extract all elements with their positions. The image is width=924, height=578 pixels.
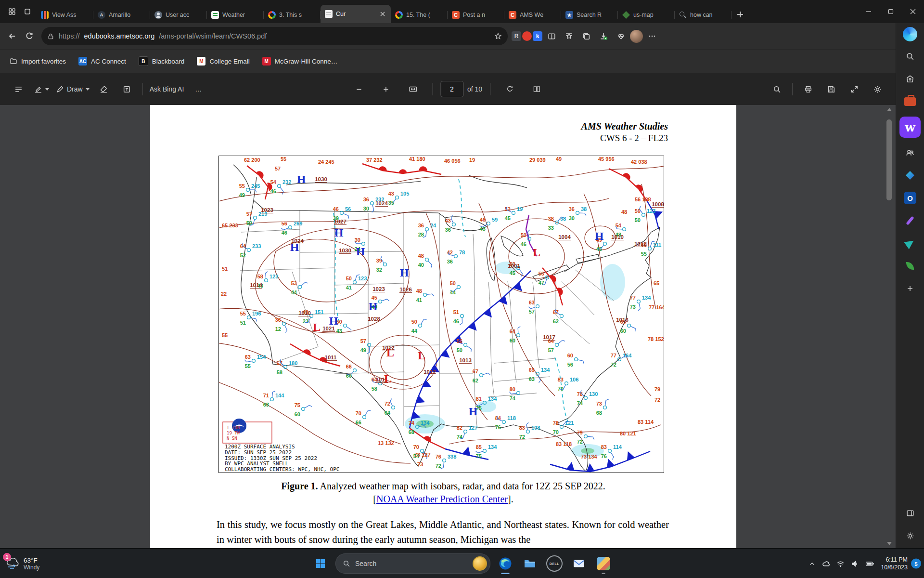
add-text-button[interactable] [116, 80, 139, 98]
maximize-button[interactable] [880, 0, 902, 23]
tab-user-account[interactable]: User acc [150, 7, 207, 23]
browser-essentials-icon[interactable] [613, 28, 629, 44]
sidebar-settings-icon[interactable] [902, 528, 918, 543]
notes-pen-icon[interactable] [902, 213, 918, 228]
tab-weather[interactable]: Weather [207, 7, 264, 23]
notification-count-badge[interactable]: 5 [911, 559, 921, 569]
tab-view-assignments[interactable]: View Ass [37, 7, 93, 23]
app-active-indicator [501, 573, 510, 574]
date-label: 10/6/2023 [881, 564, 908, 571]
shopping-icon[interactable] [902, 71, 918, 87]
collections-icon[interactable] [578, 28, 594, 44]
profile-avatar[interactable] [630, 30, 643, 43]
tab-search-15[interactable]: 15. The ( [391, 7, 448, 23]
taskbar-clock[interactable]: 6:11 PM 10/6/2023 [881, 556, 908, 572]
favorites-icon[interactable] [561, 28, 577, 44]
split-screen-icon[interactable] [543, 28, 560, 44]
plant-icon[interactable] [902, 258, 918, 274]
tab-search-results[interactable]: ★Search R [561, 7, 618, 23]
downloads-icon[interactable] [595, 28, 612, 44]
svg-text:66: 66 [346, 364, 352, 369]
sidebar-panel-icon[interactable] [902, 505, 918, 521]
svg-text:68: 68 [596, 410, 602, 416]
save-icon[interactable] [820, 80, 843, 98]
scroll-up-icon[interactable] [887, 108, 892, 111]
viewer-scrollbar[interactable] [886, 107, 893, 546]
extension-k-icon[interactable]: k [533, 31, 542, 41]
photos-app-icon[interactable] [594, 554, 613, 573]
minimize-button[interactable] [858, 0, 880, 23]
more-menu-icon[interactable] [644, 28, 660, 44]
tab-close-icon[interactable] [379, 10, 386, 18]
scrollbar-thumb[interactable] [886, 119, 892, 200]
wordtune-icon[interactable]: w [899, 117, 921, 138]
outlook-icon[interactable]: O [902, 190, 918, 206]
pdf-settings-icon[interactable] [866, 80, 889, 98]
favorite-mcgraw-hill[interactable]: M McGraw-Hill Conne… [262, 57, 338, 66]
close-button[interactable] [902, 0, 924, 23]
tab-canvas-post[interactable]: CPost a n [448, 7, 504, 23]
tab-actions-icon[interactable] [20, 4, 35, 19]
search-document-icon[interactable] [765, 80, 788, 98]
page-view-icon[interactable] [525, 80, 548, 98]
people-icon[interactable] [902, 145, 918, 160]
favorite-college-email[interactable]: M College Email [197, 57, 249, 66]
zoom-out-icon[interactable] [347, 80, 371, 98]
toolbox-icon[interactable] [902, 94, 918, 109]
draw-tool-button[interactable]: Draw [53, 80, 92, 98]
svg-text:62: 62 [553, 318, 559, 324]
favorite-blackboard[interactable]: B Blackboard [139, 56, 185, 66]
import-favorites-button[interactable]: Import favorites [10, 57, 66, 65]
dell-app-icon[interactable]: DELL [545, 554, 564, 573]
tab-how-can[interactable]: how can [675, 7, 732, 23]
favorite-label: Import favorites [21, 58, 66, 65]
scroll-down-icon[interactable] [887, 542, 892, 545]
file-explorer-icon[interactable] [520, 554, 539, 573]
rotate-icon[interactable] [498, 80, 521, 98]
svg-text:46: 46 [282, 230, 287, 236]
back-icon[interactable] [4, 28, 20, 44]
extension-r-icon[interactable]: R [512, 31, 521, 41]
hidden-icons-chevron[interactable] [808, 560, 816, 567]
weather-widget[interactable]: 1 63°F Windy [6, 556, 39, 571]
tab-amarillo[interactable]: AAmarillo [93, 7, 150, 23]
fit-width-icon[interactable] [401, 80, 424, 98]
start-button[interactable] [311, 554, 330, 573]
mail-app-icon[interactable] [569, 554, 589, 573]
tab-search-3[interactable]: 3. This s [264, 7, 321, 23]
fullscreen-icon[interactable] [843, 80, 866, 98]
sidebar-search-icon[interactable] [902, 49, 918, 64]
ask-bing-ai-button[interactable]: Ask Bing AI [147, 80, 187, 98]
noaa-link[interactable]: NOAA Weather Prediction Center [376, 494, 508, 504]
print-icon[interactable] [796, 80, 820, 98]
workspaces-icon[interactable] [5, 4, 19, 19]
toolbar-more-button[interactable]: … [187, 80, 210, 98]
designer-icon[interactable] [902, 168, 918, 183]
search-favicon [679, 11, 687, 19]
copilot-icon[interactable] [903, 27, 917, 41]
refresh-icon[interactable] [21, 28, 38, 44]
battery-icon[interactable] [865, 560, 874, 568]
new-tab-button[interactable] [733, 8, 747, 21]
svg-text:19: 19 [517, 206, 523, 212]
toc-icon[interactable] [7, 80, 30, 98]
erase-tool-button[interactable] [92, 80, 116, 98]
favorite-star-icon[interactable] [494, 32, 502, 40]
sidebar-add-icon[interactable] [902, 281, 918, 296]
url-field[interactable]: https://edubooks.ametsoc.org/ams-portal/… [41, 27, 508, 45]
tab-current-pdf[interactable]: Cur [321, 5, 391, 23]
onedrive-cloud-icon[interactable] [822, 560, 830, 568]
highlight-tool-button[interactable] [30, 80, 53, 98]
taskbar-search-box[interactable]: Search [335, 553, 490, 574]
svg-text:46 056: 46 056 [444, 158, 461, 164]
drop-plane-icon[interactable] [902, 236, 918, 251]
tab-canvas-ams[interactable]: CAMS We [504, 7, 561, 23]
wifi-icon[interactable] [836, 560, 845, 568]
edge-app-icon[interactable] [496, 554, 515, 573]
extension-red-icon[interactable] [522, 31, 532, 41]
volume-icon[interactable] [851, 560, 859, 568]
zoom-in-icon[interactable] [374, 80, 398, 98]
favorite-ac-connect[interactable]: AC AC Connect [78, 57, 126, 66]
page-number-input[interactable]: 2 [440, 81, 463, 97]
tab-us-map[interactable]: us-map [618, 7, 675, 23]
